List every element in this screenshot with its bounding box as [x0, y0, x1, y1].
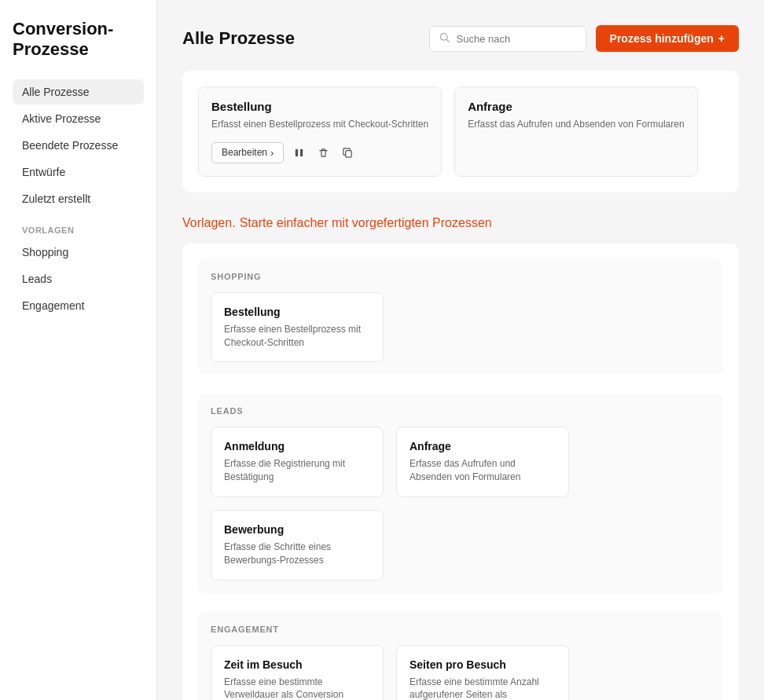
template-card-anfrage[interactable]: Anfrage Erfasse das Aufrufen und Absende… — [396, 427, 569, 497]
template-card-seiten-pro-besuch[interactable]: Seiten pro Besuch Erfasse eine bestimmte… — [396, 645, 569, 700]
template-card-desc: Erfasse das Aufrufen und Absenden von Fo… — [410, 457, 556, 484]
template-card-anmeldung[interactable]: Anmeldung Erfasse die Registrierung mit … — [211, 427, 384, 497]
copy-button[interactable] — [339, 144, 357, 162]
template-card-title: Anfrage — [410, 440, 556, 453]
template-group-label-leads: LEADS — [211, 406, 711, 416]
template-card-bestellung[interactable]: Bestellung Erfasse einen Bestellprozess … — [211, 292, 384, 363]
template-card-desc: Erfasse eine bestimmte Verweildauer als … — [224, 676, 370, 700]
template-group-shopping: SHOPPING Bestellung Erfasse einen Bestel… — [198, 259, 723, 376]
main-content: Alle Prozesse Prozess hinzufügen + Beste… — [157, 0, 764, 700]
sidebar-item-entwurfe[interactable]: Entwürfe — [13, 159, 144, 185]
template-cards-shopping: Bestellung Erfasse einen Bestellprozess … — [211, 292, 711, 363]
page-title: Alle Prozesse — [182, 28, 295, 49]
process-card-actions: Bearbeiten › — [211, 142, 428, 163]
svg-rect-4 — [346, 150, 352, 156]
template-cards-engagement: Zeit im Besuch Erfasse eine bestimmte Ve… — [211, 645, 711, 700]
sidebar-item-shopping[interactable]: Shopping — [13, 240, 144, 265]
template-group-leads: LEADS Anmeldung Erfasse die Registrierun… — [198, 394, 723, 592]
process-card-desc: Erfasst einen Bestellprozess mit Checkou… — [211, 118, 428, 131]
search-box — [429, 26, 586, 52]
template-card-title: Anmeldung — [224, 440, 370, 453]
template-cards-leads: Anmeldung Erfasse die Registrierung mit … — [211, 427, 711, 580]
process-card-bestellung: Bestellung Erfasst einen Bestellprozess … — [198, 86, 442, 177]
sidebar-item-engagement[interactable]: Engagement — [13, 293, 144, 318]
template-card-title: Seiten pro Besuch — [410, 658, 556, 671]
templates-heading: Vorlagen. Starte einfacher mit vorgefert… — [182, 214, 739, 231]
search-icon — [439, 32, 450, 46]
template-card-zeit-im-besuch[interactable]: Zeit im Besuch Erfasse eine bestimmte Ve… — [211, 645, 384, 700]
template-card-desc: Erfasse einen Bestellprozess mit Checkou… — [224, 323, 370, 350]
svg-rect-2 — [296, 149, 298, 156]
chevron-right-icon: › — [270, 147, 274, 159]
template-group-engagement: ENGAGEMENT Zeit im Besuch Erfasse eine b… — [198, 612, 723, 700]
add-process-button[interactable]: Prozess hinzufügen + — [596, 25, 739, 52]
templates-container: SHOPPING Bestellung Erfasse einen Bestel… — [182, 244, 739, 700]
svg-rect-3 — [300, 149, 303, 156]
sidebar-title: Conversion-Prozesse — [13, 19, 144, 60]
template-card-desc: Erfasse eine bestimmte Anzahl aufgerufen… — [410, 676, 556, 700]
sidebar-section-vorlagen-label: VORLAGEN — [13, 225, 144, 235]
process-card-title: Bestellung — [211, 100, 428, 113]
process-card-desc: Erfasst das Aufrufen und Absenden von Fo… — [468, 118, 685, 131]
template-group-label-engagement: ENGAGEMENT — [211, 625, 711, 634]
process-card-title: Anfrage — [468, 100, 685, 113]
svg-line-1 — [446, 39, 449, 42]
processes-section: Bestellung Erfasst einen Bestellprozess … — [182, 71, 739, 192]
sidebar-item-zuletzt-erstellt[interactable]: Zuletzt erstellt — [13, 186, 144, 211]
template-card-title: Bestellung — [224, 306, 370, 318]
template-card-desc: Erfasse die Registrierung mit Bestätigun… — [224, 457, 370, 484]
sidebar-item-leads[interactable]: Leads — [13, 266, 144, 291]
sidebar-item-beendete-prozesse[interactable]: Beendete Prozesse — [13, 133, 144, 158]
process-card-anfrage: Anfrage Erfasst das Aufrufen und Absende… — [454, 86, 698, 177]
template-card-desc: Erfasse die Schritte eines Bewerbungs-Pr… — [224, 541, 370, 567]
header-right: Prozess hinzufügen + — [429, 25, 739, 52]
template-card-title: Bewerbung — [224, 523, 370, 536]
sidebar-item-alle-prozesse[interactable]: Alle Prozesse — [13, 79, 144, 104]
sidebar-nav: Alle Prozesse Aktive Prozesse Beendete P… — [13, 79, 144, 318]
template-card-title: Zeit im Besuch — [224, 658, 370, 671]
sidebar-item-aktive-prozesse[interactable]: Aktive Prozesse — [13, 106, 144, 131]
pause-button[interactable] — [290, 144, 308, 162]
page-header: Alle Prozesse Prozess hinzufügen + — [182, 25, 739, 52]
edit-button[interactable]: Bearbeiten › — [211, 142, 284, 163]
search-input[interactable] — [457, 33, 576, 45]
sidebar: Conversion-Prozesse Alle Prozesse Aktive… — [0, 0, 157, 700]
template-group-label-shopping: SHOPPING — [211, 272, 711, 281]
template-card-bewerbung[interactable]: Bewerbung Erfasse die Schritte eines Bew… — [211, 510, 384, 581]
delete-button[interactable] — [314, 144, 332, 162]
plus-icon: + — [718, 32, 725, 45]
